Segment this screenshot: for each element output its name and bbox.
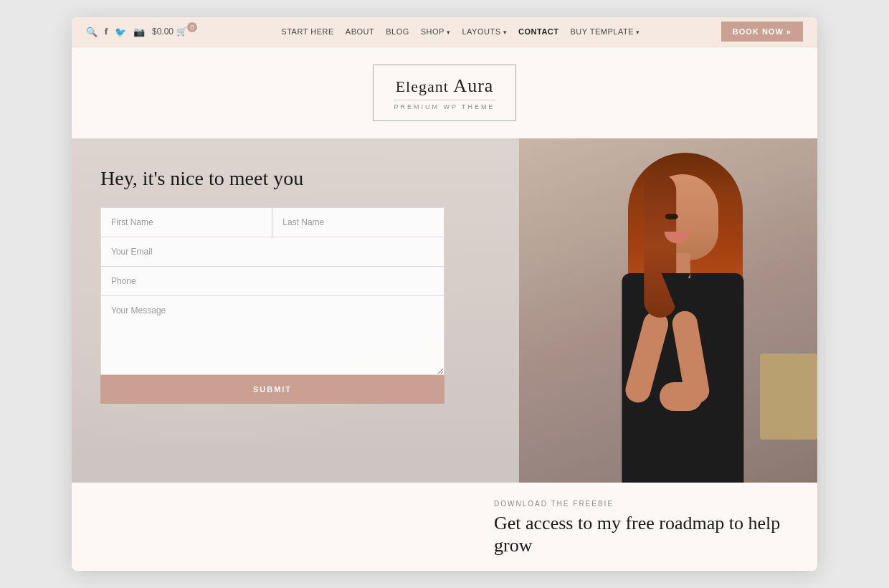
hero-right [519, 138, 817, 483]
logo-serif: Elegant [396, 77, 449, 95]
logo-script: Aura [453, 75, 493, 96]
bottom-left [93, 500, 480, 556]
first-name-input[interactable] [100, 207, 272, 237]
browser-window: 🔍 𝐟 🐦 📷 $0.00 🛒0 START HERE ABOUT BLOG S… [72, 17, 817, 571]
name-row [100, 207, 444, 237]
logo-bar: Elegant Aura PREMIUM WP THEME [72, 47, 817, 138]
logo-text: Elegant Aura [394, 75, 495, 97]
cart-price: $0.00 [152, 27, 173, 37]
nav-layouts[interactable]: LAYOUTS [462, 27, 507, 36]
instagram-icon[interactable]: 📷 [133, 27, 145, 37]
logo-subtitle: PREMIUM WP THEME [394, 100, 495, 110]
hero-content: Hey, it's nice to meet you SUBMIT [100, 167, 498, 404]
cart-area[interactable]: $0.00 🛒0 [152, 27, 200, 37]
last-name-input[interactable] [272, 207, 444, 237]
freebie-label: DOWNLOAD THE FREEBIE [494, 500, 796, 508]
logo-box: Elegant Aura PREMIUM WP THEME [373, 65, 515, 121]
email-input[interactable] [100, 237, 444, 267]
top-bar: 🔍 𝐟 🐦 📷 $0.00 🛒0 START HERE ABOUT BLOG S… [72, 17, 817, 47]
nav-buy-template[interactable]: BUY TEMPLATE [571, 27, 640, 36]
cart-icon[interactable]: 🛒 [176, 27, 187, 37]
twitter-icon[interactable]: 🐦 [115, 27, 126, 37]
freebie-heading: Get access to my free roadmap to help gr… [494, 512, 796, 556]
nav-start-here[interactable]: START HERE [281, 27, 333, 36]
top-nav: START HERE ABOUT BLOG SHOP LAYOUTS CONTA… [281, 27, 640, 36]
nav-blog[interactable]: BLOG [386, 27, 409, 36]
bottom-section: DOWNLOAD THE FREEBIE Get access to my fr… [72, 483, 817, 571]
submit-button[interactable]: SUBMIT [100, 375, 444, 404]
facebook-icon[interactable]: 𝐟 [105, 26, 108, 37]
book-now-button[interactable]: BOOK NOW [721, 22, 803, 42]
nav-contact[interactable]: CONTACT [518, 27, 558, 36]
nav-about[interactable]: ABOUT [346, 27, 374, 36]
hero-left: Hey, it's nice to meet you SUBMIT [72, 138, 519, 483]
top-bar-left: 🔍 𝐟 🐦 📷 $0.00 🛒0 [86, 26, 200, 37]
bottom-right: DOWNLOAD THE FREEBIE Get access to my fr… [480, 500, 796, 556]
hero-section: Hey, it's nice to meet you SUBMIT [72, 138, 817, 483]
message-textarea[interactable] [100, 296, 444, 375]
search-icon[interactable]: 🔍 [86, 27, 98, 37]
phone-input[interactable] [100, 267, 444, 296]
nav-shop[interactable]: SHOP [421, 27, 451, 36]
hero-heading: Hey, it's nice to meet you [100, 167, 498, 190]
contact-form: SUBMIT [100, 207, 444, 404]
cart-badge: 0 [187, 22, 197, 32]
